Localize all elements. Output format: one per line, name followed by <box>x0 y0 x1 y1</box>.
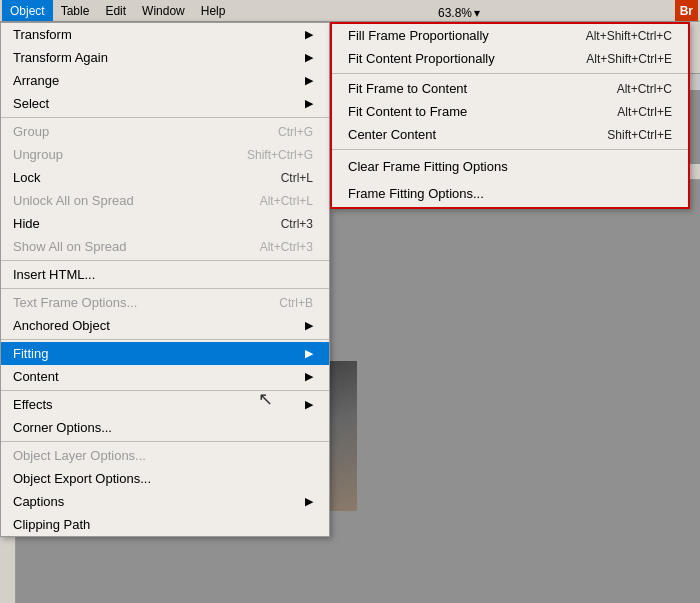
menu-item-object-layer-options[interactable]: Object Layer Options... <box>1 444 329 467</box>
zoom-indicator: 63.8% ▾ <box>438 6 480 20</box>
submenu-fit-frame-to-content[interactable]: Fit Frame to Content Alt+Ctrl+C <box>332 77 688 100</box>
menu-item-fitting[interactable]: Fitting ▶ <box>1 342 329 365</box>
menu-edit[interactable]: Edit <box>97 0 134 21</box>
menu-item-insert-html[interactable]: Insert HTML... <box>1 263 329 286</box>
sep-3 <box>1 288 329 289</box>
menu-help[interactable]: Help <box>193 0 234 21</box>
submenu-fill-frame-proportionally[interactable]: Fill Frame Proportionally Alt+Shift+Ctrl… <box>332 24 688 47</box>
menu-item-arrange[interactable]: Arrange ▶ <box>1 69 329 92</box>
menu-item-lock[interactable]: Lock Ctrl+L <box>1 166 329 189</box>
menu-window[interactable]: Window <box>134 0 193 21</box>
menu-item-unlock-all[interactable]: Unlock All on Spread Alt+Ctrl+L <box>1 189 329 212</box>
menu-item-object-export-options[interactable]: Object Export Options... <box>1 467 329 490</box>
menu-item-hide[interactable]: Hide Ctrl+3 <box>1 212 329 235</box>
menu-item-content[interactable]: Content ▶ <box>1 365 329 388</box>
sep-6 <box>1 441 329 442</box>
submenu-sep-2 <box>332 149 688 150</box>
menu-table[interactable]: Table <box>53 0 98 21</box>
menu-item-corner-options[interactable]: Corner Options... <box>1 416 329 439</box>
menu-item-select[interactable]: Select ▶ <box>1 92 329 115</box>
sep-1 <box>1 117 329 118</box>
sep-2 <box>1 260 329 261</box>
menu-bar: Object Table Edit Window Help Br 63.8% ▾ <box>0 0 700 22</box>
object-menu: Transform ▶ Transform Again ▶ Arrange ▶ … <box>0 22 330 537</box>
menu-item-captions[interactable]: Captions ▶ <box>1 490 329 513</box>
submenu-sep-1 <box>332 73 688 74</box>
menu-item-clipping-path[interactable]: Clipping Path <box>1 513 329 536</box>
menu-item-show-all[interactable]: Show All on Spread Alt+Ctrl+3 <box>1 235 329 258</box>
submenu-center-content[interactable]: Center Content Shift+Ctrl+E <box>332 123 688 146</box>
menu-object[interactable]: Object <box>2 0 53 21</box>
submenu-fit-content-proportionally[interactable]: Fit Content Proportionally Alt+Shift+Ctr… <box>332 47 688 70</box>
submenu-fit-content-to-frame[interactable]: Fit Content to Frame Alt+Ctrl+E <box>332 100 688 123</box>
fitting-submenu: Fill Frame Proportionally Alt+Shift+Ctrl… <box>330 22 690 209</box>
menu-item-effects[interactable]: Effects ▶ <box>1 393 329 416</box>
menu-item-transform-again[interactable]: Transform Again ▶ <box>1 46 329 69</box>
menu-item-transform[interactable]: Transform ▶ <box>1 23 329 46</box>
menu-item-group[interactable]: Group Ctrl+G <box>1 120 329 143</box>
menu-item-text-frame-options[interactable]: Text Frame Options... Ctrl+B <box>1 291 329 314</box>
sep-4 <box>1 339 329 340</box>
menu-item-ungroup[interactable]: Ungroup Shift+Ctrl+G <box>1 143 329 166</box>
menu-br[interactable]: Br <box>675 0 698 21</box>
submenu-clear-frame-fitting[interactable]: Clear Frame Fitting Options <box>332 153 688 180</box>
submenu-frame-fitting-options[interactable]: Frame Fitting Options... <box>332 180 688 207</box>
sep-5 <box>1 390 329 391</box>
menu-item-anchored-object[interactable]: Anchored Object ▶ <box>1 314 329 337</box>
